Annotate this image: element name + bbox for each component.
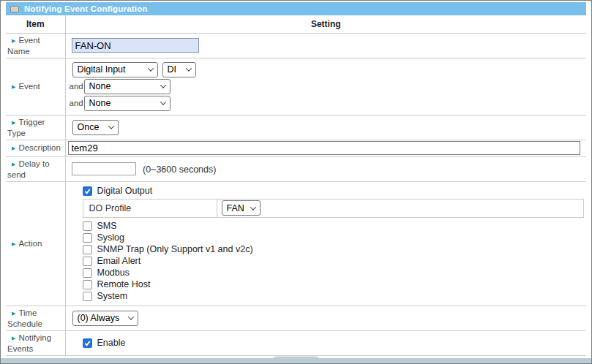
table-header-row: Item Setting xyxy=(6,15,586,33)
chevron-down-icon xyxy=(108,123,113,129)
checkbox-email-alert[interactable] xyxy=(83,257,92,266)
checkbox-label: Digital Output xyxy=(97,186,153,197)
checkbox-label: Remote Host xyxy=(97,279,151,290)
bullet-arrow-icon: ▶ xyxy=(12,84,15,89)
event-label: ▶Event xyxy=(6,58,65,115)
page-title: Notifying Event Configuration xyxy=(24,4,148,13)
row-delay-to-send: ▶Delay to send (0~3600 seconds) xyxy=(6,156,586,181)
do-profile-label: DO Profile xyxy=(83,199,217,217)
checkbox-label: Syslog xyxy=(97,232,125,243)
row-event: ▶Event Digital Input DI and None and Non… xyxy=(6,58,586,115)
row-event-name: ▶Event Name xyxy=(6,33,586,58)
notifying-events-label: ▶Notifying Events xyxy=(6,330,65,355)
checkbox-label: SNMP Trap (Only Support v1 and v2c) xyxy=(97,244,253,255)
row-notifying-events: ▶Notifying Events Enable xyxy=(6,330,586,355)
checkbox-digital-output[interactable] xyxy=(83,186,92,196)
time-schedule-label: ▶Time Schedule xyxy=(6,306,65,330)
and-label: and xyxy=(70,99,84,107)
row-time-schedule: ▶Time Schedule (0) Always xyxy=(6,306,586,330)
checkbox-label: Modbus xyxy=(97,268,130,278)
description-input[interactable] xyxy=(68,141,581,155)
chevron-down-icon xyxy=(160,82,165,88)
bullet-arrow-icon: ▶ xyxy=(12,38,15,43)
bullet-arrow-icon: ▶ xyxy=(12,241,15,246)
description-label: ▶Description xyxy=(6,140,65,156)
bullet-arrow-icon: ▶ xyxy=(12,335,15,341)
event-and2-select[interactable]: None xyxy=(84,96,171,111)
checkbox-enable[interactable] xyxy=(83,338,92,348)
action-label: ▶Action xyxy=(6,181,65,306)
chevron-down-icon xyxy=(147,65,153,71)
notifying-event-configuration-page: Notifying Event Configuration Item Setti… xyxy=(0,0,592,364)
row-trigger-type: ▶Trigger Type Once xyxy=(6,115,586,140)
checkbox-label: Email Alert xyxy=(97,256,141,267)
event-subtype-select[interactable]: DI xyxy=(162,62,196,77)
column-header-setting: Setting xyxy=(65,15,586,33)
bullet-arrow-icon: ▶ xyxy=(12,120,15,125)
and-label: and xyxy=(70,82,84,91)
event-name-input[interactable] xyxy=(72,38,199,53)
section-button-icon xyxy=(10,6,19,12)
checkbox-label: System xyxy=(97,291,128,302)
row-action: ▶Action Digital Output DO Profile FAN xyxy=(6,181,586,306)
time-schedule-select[interactable]: (0) Always xyxy=(72,311,138,326)
delay-to-send-label: ▶Delay to send xyxy=(6,156,65,181)
checkbox-syslog[interactable] xyxy=(83,233,92,243)
trigger-type-label: ▶Trigger Type xyxy=(6,115,65,140)
row-description: ▶Description xyxy=(6,140,586,156)
column-header-item: Item xyxy=(6,15,65,33)
event-and1-select[interactable]: None xyxy=(84,79,171,94)
configuration-table: Item Setting ▶Event Name ▶Event Digital … xyxy=(6,15,586,364)
bullet-arrow-icon: ▶ xyxy=(12,162,15,167)
section-titlebar: Notifying Event Configuration xyxy=(6,2,586,15)
chevron-down-icon xyxy=(127,314,133,319)
delay-input[interactable] xyxy=(72,162,136,175)
chevron-down-icon xyxy=(160,99,165,105)
checkbox-system[interactable] xyxy=(83,292,92,301)
bottom-strip xyxy=(1,358,591,363)
bullet-arrow-icon: ▶ xyxy=(12,311,15,316)
checkbox-modbus[interactable] xyxy=(83,268,92,278)
do-profile-select[interactable]: FAN xyxy=(222,200,261,216)
bullet-arrow-icon: ▶ xyxy=(12,145,15,151)
delay-range-hint: (0~3600 seconds) xyxy=(143,164,216,175)
trigger-type-select[interactable]: Once xyxy=(72,120,119,135)
chevron-down-icon xyxy=(250,204,255,210)
chevron-down-icon xyxy=(185,65,191,71)
event-name-label: ▶Event Name xyxy=(6,33,65,58)
checkbox-label: Enable xyxy=(97,338,126,349)
do-profile-subtable: DO Profile FAN xyxy=(83,199,585,218)
checkbox-snmp-trap[interactable] xyxy=(83,245,92,254)
checkbox-sms[interactable] xyxy=(83,221,92,231)
checkbox-remote-host[interactable] xyxy=(83,280,92,289)
event-type-select[interactable]: Digital Input xyxy=(72,62,158,77)
checkbox-label: SMS xyxy=(97,221,117,232)
